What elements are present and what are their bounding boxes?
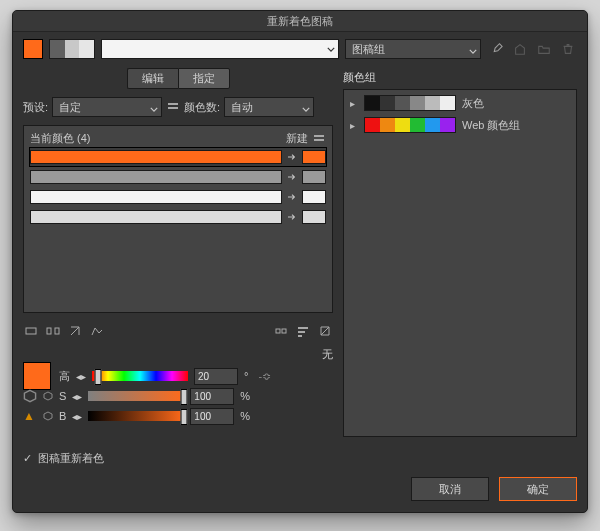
color-row[interactable] (30, 188, 326, 206)
scrubber-icon[interactable]: ◂▸ (72, 411, 82, 422)
brightness-slider[interactable] (88, 411, 184, 421)
recolor-artwork-dialog: 重新着色图稿 图稿组 (12, 10, 588, 513)
color-count-dropdown[interactable]: 自动 (224, 97, 314, 117)
active-color-swatch[interactable] (23, 39, 43, 59)
tab-assign[interactable]: 指定 (178, 68, 230, 89)
eyedropper-icon[interactable] (487, 40, 505, 58)
sort-icon[interactable] (295, 323, 311, 339)
color-group-row[interactable]: ▸灰色 (344, 92, 576, 114)
color-count-value: 自动 (231, 100, 253, 115)
sat-unit: % (240, 390, 250, 402)
color-row[interactable] (30, 148, 326, 166)
left-pane: 编辑 指定 预设: 自定 颜色数: (23, 66, 333, 466)
preset-label: 预设: (23, 100, 48, 115)
top-toolbar: 图稿组 (23, 38, 577, 60)
color-row[interactable] (30, 168, 326, 186)
to-color-swatch[interactable] (302, 170, 326, 184)
preset-row: 预设: 自定 颜色数: 自动 (23, 97, 333, 117)
from-color-bar[interactable] (30, 210, 282, 224)
sat-field[interactable]: 100 (190, 388, 234, 405)
exclude-icon[interactable] (67, 323, 83, 339)
preset-options-icon[interactable] (166, 100, 180, 114)
warning-icon: ▲ (23, 409, 37, 423)
none-label: 无 (23, 347, 333, 362)
bri-label: B (59, 410, 66, 422)
color-row[interactable] (30, 208, 326, 226)
cancel-button[interactable]: 取消 (411, 477, 489, 501)
dialog-content: 图稿组 (13, 32, 587, 474)
chevron-down-icon (302, 102, 310, 114)
svg-rect-6 (55, 328, 59, 334)
to-color-swatch[interactable] (302, 210, 326, 224)
arrow-right-icon[interactable] (286, 151, 298, 163)
bri-field[interactable]: 100 (190, 408, 234, 425)
from-color-bar[interactable] (30, 150, 282, 164)
harmony-swatches[interactable] (49, 39, 95, 59)
recolor-artwork-checkbox[interactable]: ✓ 图稿重新着色 (23, 445, 333, 466)
new-folder-icon (535, 40, 553, 58)
to-color-swatch[interactable] (302, 190, 326, 204)
svg-rect-7 (276, 329, 280, 333)
separate-icon[interactable] (45, 323, 61, 339)
hsb-swatch[interactable] (23, 362, 51, 390)
svg-rect-0 (168, 103, 178, 105)
twisty-icon[interactable]: ▸ (350, 120, 358, 131)
chevron-down-icon (150, 102, 158, 114)
current-colors-label: 当前颜色 (4) (30, 131, 91, 146)
svg-rect-8 (282, 329, 286, 333)
scrubber-icon[interactable]: ◂▸ (76, 371, 86, 382)
slider-thumb[interactable] (94, 369, 101, 385)
hue-unit: ° (244, 370, 248, 382)
preset-dropdown[interactable]: 自定 (52, 97, 162, 117)
svg-rect-9 (298, 327, 308, 329)
trash-icon (559, 40, 577, 58)
saturation-slider[interactable] (88, 391, 184, 401)
artwork-group-dropdown[interactable]: 图稿组 (345, 39, 481, 59)
artwork-group-label: 图稿组 (352, 42, 385, 57)
find-color-icon[interactable] (273, 323, 289, 339)
titlebar[interactable]: 重新着色图稿 (13, 11, 587, 32)
right-pane: 颜色组 ▸灰色▸Web 颜色组 (343, 66, 577, 466)
tab-edit[interactable]: 编辑 (127, 68, 178, 89)
hsb-sliders: 高 ◂▸ 20 ° -≎ S ◂▸ (23, 366, 333, 426)
svg-rect-5 (47, 328, 51, 334)
to-color-swatch[interactable] (302, 150, 326, 164)
hue-label: 高 (59, 369, 70, 384)
svg-rect-1 (168, 107, 178, 109)
from-color-bar[interactable] (30, 190, 282, 204)
save-group-icon (511, 40, 529, 58)
hue-field[interactable]: 20 (194, 368, 238, 385)
color-groups-header: 颜色组 (343, 70, 577, 85)
current-colors-card: 当前颜色 (4) 新建 (23, 125, 333, 313)
scrubber-icon[interactable]: ◂▸ (72, 391, 82, 402)
arrow-right-icon[interactable] (286, 211, 298, 223)
svg-rect-2 (314, 135, 324, 137)
link-icon[interactable]: -≎ (258, 370, 271, 383)
randomize-icon[interactable] (317, 323, 333, 339)
recolor-label: 图稿重新着色 (38, 451, 104, 466)
group-swatch-strip (364, 95, 456, 111)
window-title: 重新着色图稿 (267, 14, 333, 29)
color-group-name-input[interactable] (101, 39, 339, 59)
twisty-icon[interactable]: ▸ (350, 98, 358, 109)
main-split: 编辑 指定 预设: 自定 颜色数: (23, 66, 577, 466)
cube-icon (43, 391, 53, 401)
preset-value: 自定 (59, 100, 81, 115)
ok-button[interactable]: 确定 (499, 477, 577, 501)
svg-rect-10 (298, 331, 305, 333)
slider-thumb[interactable] (181, 389, 188, 405)
svg-rect-4 (26, 328, 36, 334)
merge-icon[interactable] (23, 323, 39, 339)
chevron-down-icon[interactable] (324, 40, 338, 58)
dialog-footer: 取消 确定 (13, 474, 587, 512)
slider-thumb[interactable] (181, 409, 188, 425)
arrow-right-icon[interactable] (286, 191, 298, 203)
color-group-row[interactable]: ▸Web 颜色组 (344, 114, 576, 136)
group-name: 灰色 (462, 96, 484, 111)
arrow-right-icon[interactable] (286, 171, 298, 183)
mode-tabs: 编辑 指定 (23, 68, 333, 89)
from-color-bar[interactable] (30, 170, 282, 184)
hue-slider[interactable] (92, 371, 188, 381)
column-options-icon[interactable] (312, 131, 326, 145)
new-row-icon[interactable] (89, 323, 105, 339)
